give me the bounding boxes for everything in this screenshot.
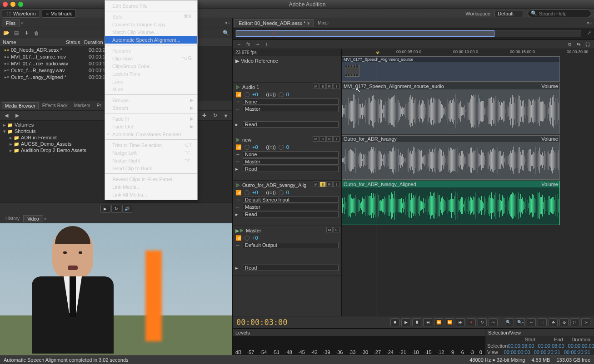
refresh-icon[interactable]: ↻ [211, 113, 219, 119]
workspace-dropdown[interactable]: Default [494, 10, 523, 17]
go-end-button[interactable]: ⏭ [456, 318, 465, 326]
menu-item[interactable]: Stretch▶ [105, 104, 197, 112]
loop-button[interactable]: ↻ [478, 318, 487, 326]
menu-item[interactable]: Clip Gain⌥G [105, 54, 197, 62]
menu-item[interactable]: Automatic Speech Alignment... [105, 36, 197, 44]
volume-knob[interactable] [245, 236, 250, 241]
track-header-video[interactable]: ▶Video Reference [233, 56, 341, 83]
automation-select[interactable]: Read [243, 265, 339, 271]
selview-start[interactable]: 00:00:00:00 [504, 349, 534, 355]
disclosure-icon[interactable]: ▸ [8, 141, 14, 147]
timeline-ruler[interactable]: ⬙ 00:00:05:00.0 00:00:10:00.0 00:00:15:0… [342, 49, 594, 56]
mixer-tab[interactable]: Mixer [314, 20, 332, 26]
tool-move-icon[interactable]: ↔ [235, 41, 243, 48]
marker-icon[interactable]: ⬙ [376, 49, 379, 54]
selview-end[interactable]: 00:00:20:21 [534, 349, 564, 355]
zoom-window-button[interactable] [18, 2, 23, 7]
input-select[interactable]: Default Stereo Input [243, 197, 339, 203]
media-tab[interactable]: Effects Rack [40, 102, 70, 109]
mute-button[interactable]: M [326, 227, 333, 232]
solo-button[interactable]: S [319, 84, 326, 89]
waveform-view-button[interactable]: ⫶⫶ Waveform [2, 10, 40, 18]
skip-selection-button[interactable]: ⤳ [489, 318, 498, 326]
multitrack-view-button[interactable]: ≡ Multitrack [42, 10, 76, 18]
zoom-out-point-button[interactable]: ⬙ [559, 318, 569, 326]
menu-item[interactable]: Groups▶ [105, 96, 197, 104]
monitor-button[interactable]: I [333, 84, 339, 89]
menu-item[interactable]: Fade In▶ [105, 115, 197, 123]
selview-duration[interactable]: 00:00:00:00 [568, 343, 594, 349]
menu-item[interactable]: Rename [105, 47, 197, 54]
output-select[interactable]: Master [243, 204, 339, 210]
solo-button[interactable]: S [319, 182, 326, 187]
go-start-button[interactable]: ⏮ [423, 318, 432, 326]
input-select[interactable]: None [243, 151, 339, 157]
new-folder-icon[interactable]: ✚ [200, 113, 208, 119]
solo-button[interactable]: S [319, 136, 326, 142]
zoom-full-horiz-button[interactable]: ↔ [527, 318, 536, 326]
tool-eq-icon[interactable]: ⫿ [263, 41, 270, 48]
zoom-out-horiz-button[interactable]: 🔍- [516, 318, 525, 326]
volume-knob[interactable] [245, 145, 250, 150]
tool-send-icon[interactable]: ⇥ [254, 41, 261, 48]
tree-item[interactable]: ▸📁AUCS6_Demo_Assets [2, 141, 116, 147]
media-autoplay-button[interactable]: 🔊 [122, 205, 132, 213]
zoom-selection-button[interactable]: ⬚ [538, 318, 547, 326]
stop-button[interactable]: ■ [390, 318, 399, 326]
audio-clip-aligned[interactable]: Outro_for_ADR_twangy_AlignedVolume [342, 181, 560, 225]
menu-item[interactable]: Fade Out▶ [105, 123, 197, 130]
menu-item[interactable]: ✓Automatic Crossfades Enabled [105, 130, 197, 138]
output-select[interactable]: Master [243, 158, 339, 165]
track-header-master[interactable]: ▶⫸Master M S 📶+0 ←Default Output ▸Read [233, 226, 341, 276]
disclosure-icon[interactable]: ▾ [2, 128, 7, 134]
close-window-button[interactable] [3, 2, 8, 7]
open-file-icon[interactable]: 📂 [3, 30, 10, 36]
arm-record-button[interactable]: R [326, 136, 333, 142]
menu-item[interactable]: Convert to Unique Copy [105, 20, 197, 28]
tool-fx-icon[interactable]: fx [245, 41, 252, 48]
files-tab[interactable]: Files [2, 20, 20, 27]
automation-select[interactable]: Read [243, 121, 339, 128]
disclosure-icon[interactable]: ▸ [2, 122, 7, 128]
col-status[interactable]: Status [66, 39, 84, 45]
audio-clip-audio1[interactable]: MVI_0177_Speech_Alignment_source_audioVo… [342, 83, 560, 134]
search-help-input[interactable]: 🔍 Search Help [528, 10, 591, 17]
tree-item[interactable]: ▾📁Shortcuts [2, 128, 116, 134]
mute-button[interactable]: M [313, 84, 319, 89]
levels-tab[interactable]: Levels [235, 330, 250, 335]
forward-icon[interactable]: ▶ [14, 113, 21, 119]
menu-item[interactable]: Reveal Clips In Files Panel [105, 175, 197, 183]
minimize-window-button[interactable] [10, 2, 15, 7]
zoom-in-point-button[interactable]: ⬘ [549, 318, 558, 326]
disclosure-icon[interactable]: ▸ [8, 148, 14, 153]
monitor-button[interactable]: I [333, 182, 339, 187]
panel-menu-icon[interactable]: ▾≡ [225, 20, 230, 26]
record-button[interactable]: ● [467, 318, 476, 326]
output-select[interactable]: Master [243, 106, 339, 112]
col-duration[interactable]: Duration [84, 39, 106, 45]
pan-knob[interactable] [279, 92, 284, 97]
tree-item[interactable]: ▸📁ADR in Fremont [2, 134, 116, 141]
selview-duration[interactable]: 00:00:20:21 [564, 349, 594, 355]
forward-button[interactable]: ⏩ [445, 318, 454, 326]
tool-snap-icon[interactable]: ⧉ [566, 41, 573, 48]
close-tab-icon[interactable]: × [20, 20, 23, 26]
tool-metronome-icon[interactable]: 🎧 [584, 41, 591, 48]
editor-tab[interactable]: Editor: 00_Needs_ADR.sesx * ▾ [235, 19, 314, 27]
history-tab[interactable]: History [2, 215, 23, 222]
monitor-button[interactable]: I [333, 136, 339, 142]
automation-select[interactable]: Read [243, 211, 339, 217]
menu-item[interactable]: Loop [105, 78, 197, 85]
pause-button[interactable]: ⏸ [412, 318, 421, 326]
media-loop-button[interactable]: ↻ [111, 205, 121, 213]
pan-knob[interactable] [279, 145, 284, 150]
tree-item[interactable]: ▸📁Audition Drop 2 Demo Assets [2, 147, 116, 153]
solo-button[interactable]: S [333, 227, 339, 232]
filter-icon[interactable]: ▼ [222, 113, 230, 119]
menu-item[interactable]: Mute [105, 85, 197, 93]
record-file-icon[interactable]: ⬇ [23, 30, 30, 36]
playhead[interactable] [376, 56, 376, 316]
menu-item[interactable]: Split⌘K [105, 13, 197, 20]
mute-button[interactable]: M [313, 136, 319, 142]
back-icon[interactable]: ◀ [3, 113, 10, 119]
